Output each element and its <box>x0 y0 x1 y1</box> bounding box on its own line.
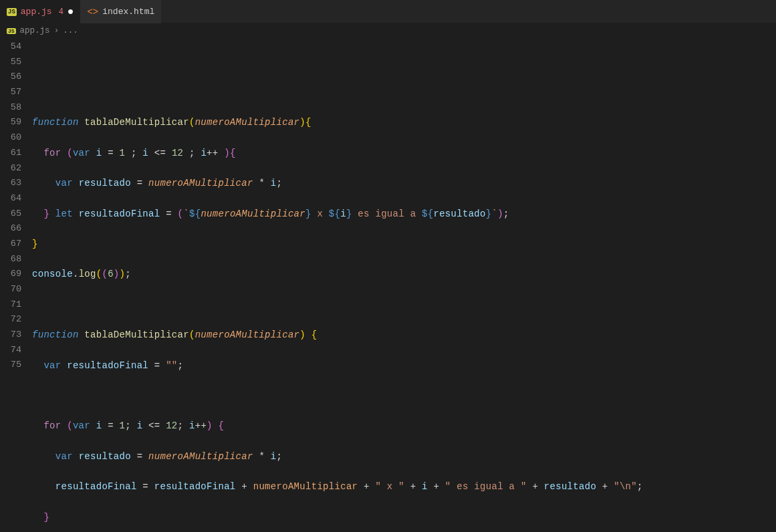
line-number: 64 <box>0 191 21 207</box>
js-icon: JS <box>7 28 16 34</box>
line-number: 73 <box>0 327 21 343</box>
breadcrumb-file: app.js <box>20 26 50 35</box>
tab-problems-count: 4 <box>56 7 63 17</box>
tab-bar: JS app.js 4 ● <> index.html <box>0 0 776 23</box>
tab-app-js[interactable]: JS app.js 4 ● <box>0 0 80 23</box>
line-number: 56 <box>0 70 21 85</box>
line-number: 55 <box>0 55 21 70</box>
line-number: 70 <box>0 282 21 297</box>
tab-index-html[interactable]: <> index.html <box>80 0 161 23</box>
tab-label: app.js <box>21 7 52 17</box>
dirty-indicator-icon: ● <box>68 7 74 17</box>
line-number: 61 <box>0 146 21 161</box>
code-area[interactable]: function tablaDeMultiplicar(numeroAMulti… <box>32 38 776 532</box>
line-number: 75 <box>0 358 21 373</box>
line-number: 63 <box>0 176 21 191</box>
editor[interactable]: 5455565758596061626364656667686970717273… <box>0 38 776 532</box>
line-number: 66 <box>0 221 21 237</box>
line-number: 54 <box>0 39 21 55</box>
js-icon: JS <box>7 8 17 16</box>
breadcrumb[interactable]: JS app.js › ... <box>0 23 776 38</box>
line-number: 60 <box>0 130 21 146</box>
line-number: 58 <box>0 100 21 116</box>
line-number: 74 <box>0 343 21 358</box>
line-number: 57 <box>0 85 21 100</box>
line-number: 68 <box>0 252 21 267</box>
line-number: 59 <box>0 115 21 130</box>
tab-label: index.html <box>102 7 154 17</box>
breadcrumb-rest: ... <box>63 26 78 35</box>
line-number: 71 <box>0 297 21 313</box>
line-number: 72 <box>0 312 21 327</box>
line-number: 67 <box>0 237 21 252</box>
vertical-scrollbar[interactable] <box>768 38 776 526</box>
html-icon: <> <box>87 7 98 17</box>
chevron-right-icon: › <box>54 26 59 35</box>
line-number: 62 <box>0 161 21 176</box>
line-number: 65 <box>0 207 21 222</box>
line-number: 69 <box>0 267 21 282</box>
line-gutter: 5455565758596061626364656667686970717273… <box>0 38 32 532</box>
